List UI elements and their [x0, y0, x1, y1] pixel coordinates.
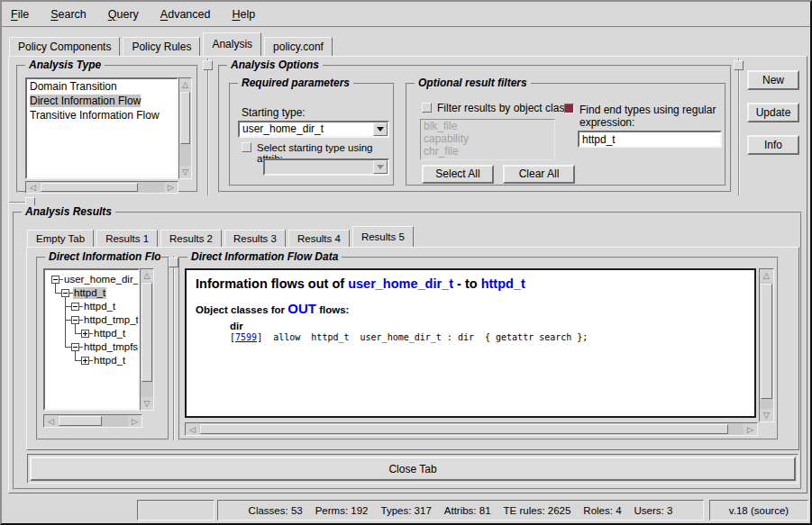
tree-connector [65, 320, 71, 321]
scroll-right-icon[interactable]: ▷ [744, 423, 757, 435]
scroll-up-icon[interactable]: △ [141, 269, 153, 282]
scroll-track[interactable] [58, 415, 128, 427]
tree-row[interactable]: httpd_tmpfs_t [71, 340, 138, 354]
tab-analysis[interactable]: Analysis [203, 32, 261, 56]
tree-expand-icon[interactable] [81, 357, 89, 365]
flow-tree: user_home_dir_thttpd_thttpd_thttpd_tmp_t… [45, 270, 138, 409]
tree-collapse-icon[interactable] [61, 289, 69, 297]
info-button[interactable]: Info [747, 135, 799, 155]
top-pane-sash[interactable] [207, 59, 209, 195]
tree-row[interactable]: httpd_t [81, 354, 126, 367]
options-buttons-sash-handle[interactable] [734, 60, 744, 70]
analysis-type-vscrollbar[interactable]: △ ▽ [178, 77, 192, 179]
results-tab-results-1[interactable]: Results 1 [96, 230, 158, 247]
flow-tree-box[interactable]: user_home_dir_thttpd_thttpd_thttpd_tmp_t… [43, 268, 140, 411]
scroll-down-icon[interactable]: ▽ [179, 166, 191, 178]
results-tab-results-5[interactable]: Results 5 [352, 226, 414, 247]
tree-node-label[interactable]: httpd_t [93, 328, 126, 339]
scroll-right-icon[interactable]: ▷ [164, 182, 178, 193]
optional-filters-group: Optional result filters Filter results b… [406, 83, 726, 186]
tree-data-sash[interactable] [173, 256, 175, 440]
top-pane-sash-handle[interactable] [203, 60, 213, 70]
analysis-type-item[interactable]: Transitive Information Flow [27, 108, 177, 122]
tree-collapse-icon[interactable] [71, 303, 79, 311]
tree-node-label[interactable]: httpd_t [73, 287, 106, 299]
tree-node-label[interactable]: httpd_t [83, 301, 116, 312]
scroll-thumb[interactable] [59, 416, 102, 426]
flow-tree-title: Direct Information Flow Tree [45, 250, 160, 263]
scroll-left-icon[interactable]: ◁ [186, 423, 199, 435]
regex-checkbox[interactable] [564, 104, 574, 113]
scroll-down-icon[interactable]: ▽ [760, 409, 773, 421]
tree-row[interactable]: httpd_t [81, 327, 126, 340]
scroll-track[interactable] [40, 182, 164, 193]
flow-data-vscrollbar[interactable]: △ ▽ [759, 268, 774, 422]
menu-query[interactable]: Query [108, 8, 139, 21]
scroll-thumb[interactable] [41, 183, 138, 192]
tree-row[interactable]: user_home_dir_t [51, 273, 138, 286]
tab-policy-components[interactable]: Policy Components [9, 37, 120, 56]
tab-policy-rules[interactable]: Policy Rules [123, 37, 200, 56]
analysis-type-hscrollbar[interactable]: ◁ ▷ [25, 181, 178, 194]
analysis-type-item[interactable]: Domain Transition [27, 79, 177, 94]
flow-data-hscrollbar[interactable]: ◁ ▷ [185, 422, 758, 436]
menu-help[interactable]: Help [232, 8, 255, 21]
scroll-up-icon[interactable]: △ [760, 269, 773, 282]
tree-node-label[interactable]: httpd_tmpfs_t [83, 341, 138, 353]
rule-number-link[interactable]: 7599 [235, 332, 257, 342]
flow-data-text[interactable]: Information flows out of user_home_dir_t… [185, 268, 756, 418]
scroll-thumb[interactable] [200, 424, 728, 434]
tab-policy-conf[interactable]: policy.conf [264, 37, 333, 56]
status-stat: Perms: 192 [315, 505, 369, 516]
menu-advanced[interactable]: Advanced [160, 8, 211, 21]
analysis-type-list[interactable]: Domain TransitionDirect Information Flow… [25, 77, 178, 179]
clear-all-button[interactable]: Clear All [503, 165, 575, 184]
tree-collapse-icon[interactable] [51, 276, 59, 284]
results-sash[interactable] [9, 202, 26, 204]
filter-by-class-checkbox[interactable] [422, 103, 432, 113]
tree-node-label[interactable]: user_home_dir_t [63, 274, 138, 285]
tree-row[interactable]: httpd_t [71, 300, 116, 313]
tree-connector [75, 333, 81, 334]
select-all-button[interactable]: Select All [422, 165, 494, 184]
close-tab-button[interactable]: Close Tab [30, 457, 796, 481]
tree-node-label[interactable]: httpd_tmp_t [83, 314, 138, 326]
update-button[interactable]: Update [747, 103, 799, 122]
regex-input[interactable] [578, 131, 722, 148]
scroll-left-icon[interactable]: ◁ [26, 182, 40, 193]
regex-checkbox-row[interactable]: Find end types using regular expression: [564, 104, 725, 129]
tree-data-sash-handle[interactable] [169, 258, 178, 267]
attrib-checkbox[interactable] [242, 142, 251, 152]
tree-collapse-icon[interactable] [71, 316, 79, 324]
scroll-track[interactable] [760, 282, 773, 409]
tree-node-label[interactable]: httpd_t [93, 355, 126, 367]
new-button[interactable]: New [747, 70, 799, 90]
filter-by-class-row[interactable]: Filter results by object class: [422, 103, 573, 113]
tree-collapse-icon[interactable] [71, 343, 79, 351]
starting-type-combobox[interactable]: user_home_dir_t [238, 121, 389, 138]
scroll-left-icon[interactable]: ◁ [44, 415, 58, 427]
results-tab-results-2[interactable]: Results 2 [160, 230, 222, 247]
menu-search[interactable]: Search [50, 8, 87, 21]
scroll-track[interactable] [199, 423, 744, 435]
results-tab-results-4[interactable]: Results 4 [288, 230, 350, 247]
scroll-thumb[interactable] [761, 284, 772, 399]
results-tab-empty-tab[interactable]: Empty Tab [27, 230, 94, 247]
options-buttons-sash[interactable] [738, 59, 740, 195]
flow-tree-vscrollbar[interactable]: △ ▽ [140, 268, 154, 411]
combobox-dropdown-button[interactable] [373, 122, 388, 136]
analysis-type-item[interactable]: Direct Information Flow [27, 94, 177, 108]
menu-file[interactable]: File [11, 8, 29, 21]
tree-row[interactable]: httpd_t [61, 286, 106, 300]
scroll-up-icon[interactable]: △ [179, 78, 191, 91]
scroll-track[interactable] [141, 282, 153, 397]
scroll-thumb[interactable] [180, 92, 190, 144]
scroll-right-icon[interactable]: ▷ [128, 415, 141, 427]
tree-row[interactable]: httpd_tmp_t [71, 313, 138, 327]
results-tab-results-3[interactable]: Results 3 [224, 230, 286, 247]
scroll-track[interactable] [179, 91, 191, 166]
tree-expand-icon[interactable] [81, 330, 89, 338]
flow-tree-hscrollbar[interactable]: ◁ ▷ [43, 414, 142, 428]
scroll-thumb[interactable] [141, 283, 152, 382]
scroll-down-icon[interactable]: ▽ [141, 397, 153, 410]
